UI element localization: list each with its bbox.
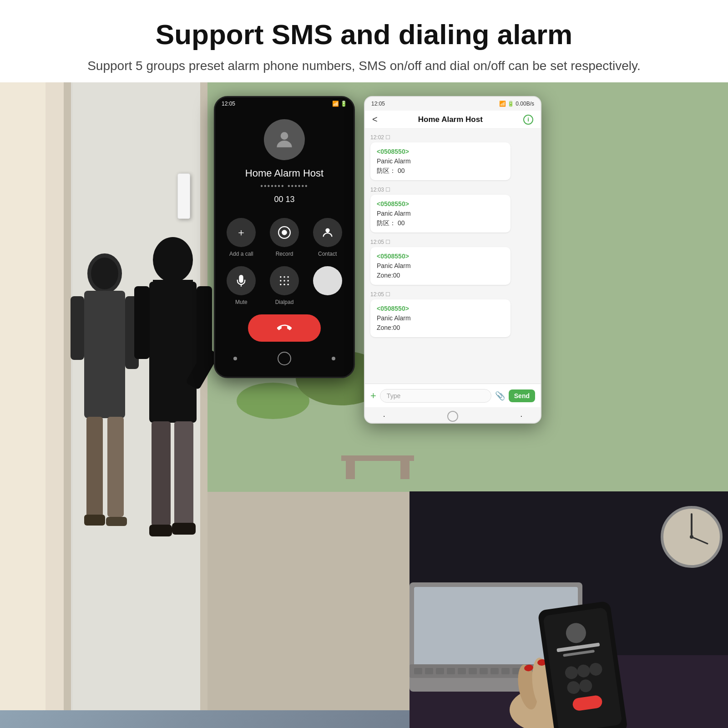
sms-alarm-1: Panic Alarm — [377, 157, 504, 166]
svg-rect-31 — [152, 421, 171, 526]
svg-point-42 — [280, 280, 282, 282]
sms-input-placeholder: Type — [387, 392, 400, 399]
call-controls: ＋ Add a call Record Contact — [215, 218, 354, 305]
svg-point-37 — [325, 228, 329, 233]
svg-point-44 — [287, 280, 289, 282]
sms-phone-4: <0508550> — [377, 304, 504, 313]
svg-point-46 — [283, 283, 285, 285]
contact-btn[interactable]: Contact — [310, 218, 344, 257]
svg-point-47 — [287, 283, 289, 285]
svg-rect-24 — [106, 517, 127, 526]
svg-rect-6 — [200, 82, 207, 710]
sms-phone-1: <0508550> — [377, 147, 504, 157]
svg-rect-57 — [458, 668, 466, 674]
svg-rect-61 — [501, 668, 510, 674]
svg-point-35 — [281, 132, 288, 140]
add-call-label: Add a call — [229, 251, 253, 257]
sms-time-3: 12:05 ☐ — [370, 239, 535, 245]
sms-send-button[interactable]: Send — [509, 389, 535, 402]
svg-rect-23 — [84, 515, 105, 526]
svg-rect-59 — [480, 668, 488, 674]
sms-add-button[interactable]: + — [370, 390, 376, 402]
call-timer: 00 13 — [215, 195, 354, 204]
svg-rect-27 — [149, 282, 197, 423]
status-time: 12:05 — [222, 101, 235, 107]
home-nav[interactable] — [278, 352, 291, 365]
svg-point-17 — [91, 258, 118, 289]
sms-zone-3: Zone:00 — [377, 271, 504, 280]
contact-label: Contact — [318, 251, 337, 257]
sms-header: < Home Alarm Host i — [365, 111, 541, 129]
dialpad-btn[interactable]: Dialpad — [268, 266, 302, 305]
svg-rect-34 — [172, 523, 196, 535]
sms-message-2: 12:03 ☐ <0508550> Panic Alarm 防区： 00 — [370, 187, 535, 233]
svg-rect-32 — [174, 421, 193, 531]
speaker-btn[interactable] — [310, 266, 344, 305]
sms-phone-3: <0508550> — [377, 252, 504, 261]
svg-point-40 — [283, 276, 285, 278]
sms-home-nav[interactable] — [447, 411, 458, 422]
svg-rect-58 — [469, 668, 477, 674]
sms-time-2: 12:03 ☐ — [370, 187, 535, 193]
caller-avatar — [264, 119, 305, 160]
record-icon — [270, 218, 299, 247]
record-btn[interactable]: Record — [268, 218, 302, 257]
recent-nav — [332, 357, 335, 360]
sms-status-icons: 📶 🔋 0.00B/s — [499, 101, 534, 107]
sms-time-4: 12:05 ☐ — [370, 291, 535, 298]
dialpad-label: Dialpad — [275, 299, 294, 305]
end-call-icon — [277, 321, 292, 335]
sms-time-1: 12:02 ☐ — [370, 134, 535, 141]
add-call-btn[interactable]: ＋ Add a call — [224, 218, 258, 257]
svg-rect-15 — [400, 461, 410, 479]
mute-icon — [227, 266, 256, 295]
svg-rect-28 — [134, 286, 150, 359]
svg-rect-54 — [425, 668, 433, 674]
svg-rect-53 — [414, 668, 422, 674]
door-sensor — [177, 173, 190, 219]
svg-point-36 — [282, 230, 287, 235]
info-circle-icon[interactable]: i — [523, 115, 533, 125]
sms-bubble-3: <0508550> Panic Alarm Zone:00 — [370, 247, 511, 285]
svg-point-41 — [287, 276, 289, 278]
sms-input-area: + Type 📎 Send — [365, 384, 541, 407]
svg-rect-21 — [86, 417, 103, 517]
page-subtitle: Support 5 groups preset alarm phone numb… — [27, 59, 701, 73]
person-icon — [273, 128, 296, 151]
svg-rect-33 — [149, 525, 172, 536]
status-icons: 📶 🔋 — [332, 101, 347, 107]
sms-status-bar: 12:05 📶 🔋 0.00B/s — [365, 97, 541, 111]
svg-rect-22 — [107, 417, 124, 517]
svg-point-39 — [280, 276, 282, 278]
sms-nav-dot-left: · — [383, 412, 385, 420]
svg-rect-60 — [490, 668, 499, 674]
end-call-button[interactable] — [248, 314, 321, 342]
sms-back-arrow[interactable]: < — [372, 114, 378, 125]
add-call-icon: ＋ — [227, 218, 256, 247]
svg-rect-55 — [436, 668, 444, 674]
page-wrapper: Support SMS and dialing alarm Support 5 … — [0, 0, 728, 728]
back-nav — [233, 357, 237, 360]
svg-point-9 — [237, 383, 309, 419]
sms-chat-screen: 12:05 📶 🔋 0.00B/s < Home Alarm Host i 12… — [364, 96, 541, 424]
sms-status-time: 12:05 — [371, 101, 385, 107]
sms-message-1: 12:02 ☐ <0508550> Panic Alarm 防区： 00 — [370, 134, 535, 180]
sms-bubble-4: <0508550> Panic Alarm Zone:00 — [370, 299, 511, 337]
mute-btn[interactable]: Mute — [224, 266, 258, 305]
sms-alarm-4: Panic Alarm — [377, 313, 504, 323]
svg-rect-56 — [447, 668, 455, 674]
sms-alarm-2: Panic Alarm — [377, 209, 504, 218]
phone-calling-screen: 12:05 📶 🔋 Home Alarm Host ••••••• ••••••… — [214, 96, 355, 378]
content-area: 12:05 📶 🔋 Home Alarm Host ••••••• ••••••… — [0, 82, 728, 728]
caller-number: ••••••• •••••• — [215, 182, 354, 190]
svg-rect-18 — [84, 291, 125, 418]
mute-label: Mute — [235, 299, 248, 305]
dialpad-icon — [270, 266, 299, 295]
sms-message-3: 12:05 ☐ <0508550> Panic Alarm Zone:00 — [370, 239, 535, 285]
sms-attachment-icon: 📎 — [495, 391, 505, 401]
sms-bubble-1: <0508550> Panic Alarm 防区： 00 — [370, 142, 511, 180]
sms-nav-bar: · · — [365, 407, 541, 424]
svg-rect-13 — [341, 455, 414, 461]
sms-type-input[interactable]: Type — [380, 389, 491, 403]
sms-zone-1: 防区： 00 — [377, 166, 504, 176]
